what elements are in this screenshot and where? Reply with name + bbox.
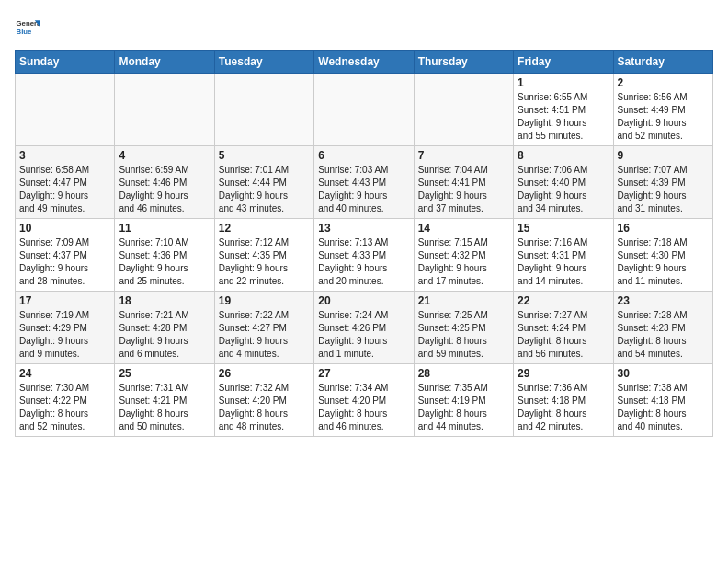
calendar-week-3: 10Sunrise: 7:09 AM Sunset: 4:37 PM Dayli… xyxy=(16,219,713,292)
day-number: 2 xyxy=(618,76,709,89)
calendar-day-cell: 17Sunrise: 7:19 AM Sunset: 4:29 PM Dayli… xyxy=(16,292,115,364)
calendar-day-cell: 2Sunrise: 6:56 AM Sunset: 4:49 PM Daylig… xyxy=(613,74,712,146)
svg-text:Blue: Blue xyxy=(17,28,33,36)
calendar-day-cell: 4Sunrise: 6:59 AM Sunset: 4:46 PM Daylig… xyxy=(115,146,214,219)
day-info: Sunrise: 7:12 AM Sunset: 4:35 PM Dayligh… xyxy=(219,236,310,288)
calendar-day-cell: 9Sunrise: 7:07 AM Sunset: 4:39 PM Daylig… xyxy=(613,146,712,219)
day-number: 16 xyxy=(618,222,709,235)
weekday-header-thursday: Thursday xyxy=(414,51,513,74)
calendar-day-cell: 11Sunrise: 7:10 AM Sunset: 4:36 PM Dayli… xyxy=(115,219,214,292)
day-number: 13 xyxy=(318,222,409,235)
day-number: 24 xyxy=(19,367,110,380)
day-info: Sunrise: 7:25 AM Sunset: 4:25 PM Dayligh… xyxy=(418,309,509,361)
day-info: Sunrise: 7:21 AM Sunset: 4:28 PM Dayligh… xyxy=(119,309,210,361)
day-number: 4 xyxy=(119,149,210,162)
calendar-week-2: 3Sunrise: 6:58 AM Sunset: 4:47 PM Daylig… xyxy=(16,146,713,219)
weekday-header-monday: Monday xyxy=(115,51,214,74)
calendar-day-cell: 29Sunrise: 7:36 AM Sunset: 4:18 PM Dayli… xyxy=(514,364,613,437)
day-info: Sunrise: 7:10 AM Sunset: 4:36 PM Dayligh… xyxy=(119,236,210,288)
day-info: Sunrise: 7:22 AM Sunset: 4:27 PM Dayligh… xyxy=(219,309,310,361)
day-number: 5 xyxy=(219,149,310,162)
day-info: Sunrise: 7:27 AM Sunset: 4:24 PM Dayligh… xyxy=(518,309,609,361)
day-info: Sunrise: 7:16 AM Sunset: 4:31 PM Dayligh… xyxy=(518,236,609,288)
day-info: Sunrise: 7:24 AM Sunset: 4:26 PM Dayligh… xyxy=(318,309,409,361)
day-number: 19 xyxy=(219,294,310,307)
calendar-day-cell: 1Sunrise: 6:55 AM Sunset: 4:51 PM Daylig… xyxy=(514,74,613,146)
calendar-day-cell: 27Sunrise: 7:34 AM Sunset: 4:20 PM Dayli… xyxy=(314,364,414,437)
day-info: Sunrise: 7:34 AM Sunset: 4:20 PM Dayligh… xyxy=(318,382,409,433)
weekday-header-friday: Friday xyxy=(514,51,613,74)
calendar-day-cell: 6Sunrise: 7:03 AM Sunset: 4:43 PM Daylig… xyxy=(314,146,414,219)
calendar-day-cell: 3Sunrise: 6:58 AM Sunset: 4:47 PM Daylig… xyxy=(16,146,115,219)
day-info: Sunrise: 7:32 AM Sunset: 4:20 PM Dayligh… xyxy=(219,382,310,433)
day-number: 18 xyxy=(119,294,210,307)
calendar-day-cell: 30Sunrise: 7:38 AM Sunset: 4:18 PM Dayli… xyxy=(613,364,712,437)
weekday-header-tuesday: Tuesday xyxy=(214,51,313,74)
calendar-day-cell: 23Sunrise: 7:28 AM Sunset: 4:23 PM Dayli… xyxy=(613,292,712,364)
day-number: 28 xyxy=(418,367,509,380)
day-info: Sunrise: 7:06 AM Sunset: 4:40 PM Dayligh… xyxy=(518,164,609,215)
day-info: Sunrise: 7:01 AM Sunset: 4:44 PM Dayligh… xyxy=(219,164,310,215)
day-info: Sunrise: 7:07 AM Sunset: 4:39 PM Dayligh… xyxy=(618,164,709,215)
day-number: 12 xyxy=(219,222,310,235)
day-info: Sunrise: 7:19 AM Sunset: 4:29 PM Dayligh… xyxy=(19,309,110,361)
day-number: 7 xyxy=(418,149,509,162)
weekday-header-saturday: Saturday xyxy=(613,51,712,74)
calendar-day-cell: 20Sunrise: 7:24 AM Sunset: 4:26 PM Dayli… xyxy=(314,292,414,364)
day-number: 3 xyxy=(19,149,110,162)
day-info: Sunrise: 6:58 AM Sunset: 4:47 PM Dayligh… xyxy=(19,164,110,215)
day-info: Sunrise: 7:18 AM Sunset: 4:30 PM Dayligh… xyxy=(618,236,709,288)
weekday-header-row: SundayMondayTuesdayWednesdayThursdayFrid… xyxy=(16,51,713,74)
day-info: Sunrise: 7:09 AM Sunset: 4:37 PM Dayligh… xyxy=(19,236,110,288)
day-number: 8 xyxy=(518,149,609,162)
calendar-day-cell: 18Sunrise: 7:21 AM Sunset: 4:28 PM Dayli… xyxy=(115,292,214,364)
day-number: 26 xyxy=(219,367,310,380)
day-number: 21 xyxy=(418,294,509,307)
calendar-day-cell xyxy=(115,74,214,146)
day-number: 23 xyxy=(618,294,709,307)
day-number: 11 xyxy=(119,222,210,235)
calendar-day-cell: 22Sunrise: 7:27 AM Sunset: 4:24 PM Dayli… xyxy=(514,292,613,364)
day-number: 25 xyxy=(119,367,210,380)
calendar-day-cell: 26Sunrise: 7:32 AM Sunset: 4:20 PM Dayli… xyxy=(214,364,313,437)
day-number: 15 xyxy=(518,222,609,235)
day-number: 6 xyxy=(318,149,409,162)
calendar-day-cell xyxy=(16,74,115,146)
calendar-table: SundayMondayTuesdayWednesdayThursdayFrid… xyxy=(15,50,713,437)
day-number: 20 xyxy=(318,294,409,307)
calendar-day-cell: 25Sunrise: 7:31 AM Sunset: 4:21 PM Dayli… xyxy=(115,364,214,437)
svg-text:General: General xyxy=(17,19,40,28)
logo: General Blue xyxy=(15,15,44,40)
calendar-day-cell: 13Sunrise: 7:13 AM Sunset: 4:33 PM Dayli… xyxy=(314,219,414,292)
logo-icon: General Blue xyxy=(15,15,40,40)
day-info: Sunrise: 7:04 AM Sunset: 4:41 PM Dayligh… xyxy=(418,164,509,215)
day-number: 27 xyxy=(318,367,409,380)
calendar-day-cell: 10Sunrise: 7:09 AM Sunset: 4:37 PM Dayli… xyxy=(16,219,115,292)
day-number: 10 xyxy=(19,222,110,235)
calendar-day-cell: 7Sunrise: 7:04 AM Sunset: 4:41 PM Daylig… xyxy=(414,146,513,219)
calendar-day-cell: 24Sunrise: 7:30 AM Sunset: 4:22 PM Dayli… xyxy=(16,364,115,437)
day-info: Sunrise: 7:13 AM Sunset: 4:33 PM Dayligh… xyxy=(318,236,409,288)
day-info: Sunrise: 7:03 AM Sunset: 4:43 PM Dayligh… xyxy=(318,164,409,215)
day-number: 29 xyxy=(518,367,609,380)
calendar-day-cell: 19Sunrise: 7:22 AM Sunset: 4:27 PM Dayli… xyxy=(214,292,313,364)
calendar-day-cell: 21Sunrise: 7:25 AM Sunset: 4:25 PM Dayli… xyxy=(414,292,513,364)
calendar-day-cell: 14Sunrise: 7:15 AM Sunset: 4:32 PM Dayli… xyxy=(414,219,513,292)
calendar-day-cell: 15Sunrise: 7:16 AM Sunset: 4:31 PM Dayli… xyxy=(514,219,613,292)
day-number: 1 xyxy=(518,76,609,89)
day-info: Sunrise: 6:59 AM Sunset: 4:46 PM Dayligh… xyxy=(119,164,210,215)
calendar-day-cell xyxy=(314,74,414,146)
day-number: 17 xyxy=(19,294,110,307)
day-info: Sunrise: 7:36 AM Sunset: 4:18 PM Dayligh… xyxy=(518,382,609,433)
calendar-day-cell: 16Sunrise: 7:18 AM Sunset: 4:30 PM Dayli… xyxy=(613,219,712,292)
day-number: 14 xyxy=(418,222,509,235)
day-info: Sunrise: 7:30 AM Sunset: 4:22 PM Dayligh… xyxy=(19,382,110,433)
day-number: 9 xyxy=(618,149,709,162)
weekday-header-wednesday: Wednesday xyxy=(314,51,414,74)
calendar-day-cell xyxy=(214,74,313,146)
day-info: Sunrise: 7:38 AM Sunset: 4:18 PM Dayligh… xyxy=(618,382,709,433)
weekday-header-sunday: Sunday xyxy=(16,51,115,74)
day-info: Sunrise: 7:35 AM Sunset: 4:19 PM Dayligh… xyxy=(418,382,509,433)
day-info: Sunrise: 7:31 AM Sunset: 4:21 PM Dayligh… xyxy=(119,382,210,433)
day-info: Sunrise: 7:28 AM Sunset: 4:23 PM Dayligh… xyxy=(618,309,709,361)
